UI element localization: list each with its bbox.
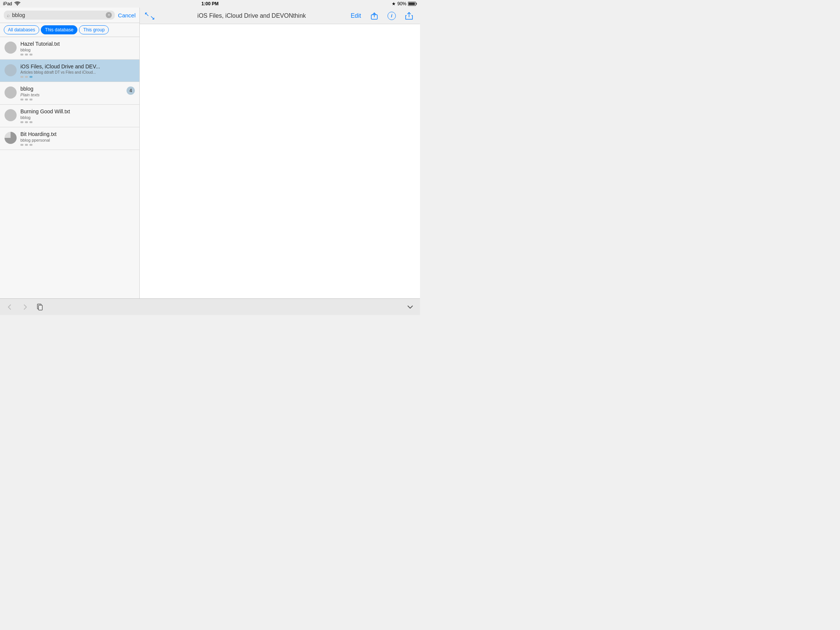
nav-title: iOS Files, iCloud Drive and DEVONthink: [159, 13, 344, 19]
item-content: bblog Plain texts: [21, 86, 123, 101]
action-button[interactable]: [403, 10, 415, 22]
item-meta: [21, 99, 123, 101]
search-icon: ⌕: [7, 13, 10, 18]
nav-expand-icon[interactable]: ↖ ↘: [144, 11, 155, 21]
item-content: Burning Good Will.txt bblog: [21, 108, 135, 123]
item-tags: bblog: [21, 47, 135, 52]
bottom-toolbar: [0, 298, 420, 315]
nav-bar: ↖ ↘ iOS Files, iCloud Drive and DEVONthi…: [140, 8, 420, 24]
meta-dot-2: [25, 121, 28, 123]
meta-dot-1: [21, 99, 24, 101]
item-icon: [5, 109, 17, 121]
meta-dot-1: [21, 144, 24, 146]
item-badge: 4: [126, 87, 135, 95]
bluetooth-icon: ★: [392, 1, 396, 6]
search-bar: ⌕ × Cancel: [0, 8, 139, 23]
toolbar-left: [6, 303, 44, 311]
left-panel: ⌕ × Cancel All databases This database T…: [0, 8, 140, 298]
meta-dot-2: [25, 144, 28, 146]
info-icon: i: [387, 12, 396, 20]
chevron-down-button[interactable]: [406, 303, 414, 311]
clear-button[interactable]: ×: [106, 12, 112, 18]
arrow-down-right-icon: ↘: [150, 14, 155, 21]
cancel-button[interactable]: Cancel: [118, 12, 136, 19]
forward-button[interactable]: [21, 303, 29, 311]
toolbar-right: [406, 303, 414, 311]
filter-this-database[interactable]: This database: [41, 25, 77, 35]
status-time: 1:00 PM: [201, 1, 218, 6]
item-icon: [5, 87, 17, 99]
item-content: Hazel Tutorial.txt bblog: [21, 41, 135, 55]
item-content: Bit Hoarding.txt bblog ppersonal: [21, 131, 135, 146]
wifi-icon: [14, 2, 21, 6]
filter-this-group[interactable]: This group: [79, 25, 109, 35]
share-upload-button[interactable]: [368, 10, 381, 22]
search-results: Hazel Tutorial.txt bblog iOS Files, iClo…: [0, 37, 139, 298]
meta-dot-2: [25, 99, 28, 101]
svg-rect-5: [38, 305, 42, 310]
item-title: Bit Hoarding.txt: [21, 131, 135, 137]
content-area: [140, 24, 420, 298]
back-button[interactable]: [6, 303, 14, 311]
item-tags: Plain texts: [21, 93, 123, 97]
item-title: iOS Files, iCloud Drive and DEV...: [21, 63, 135, 69]
list-item[interactable]: Bit Hoarding.txt bblog ppersonal: [0, 127, 139, 150]
svg-rect-1: [416, 3, 417, 5]
item-meta: [21, 76, 135, 78]
item-content: iOS Files, iCloud Drive and DEV... Artic…: [21, 63, 135, 78]
item-icon: [5, 132, 17, 144]
item-meta: [21, 121, 135, 123]
item-tags: Articles bblog ddraft DT vs Files and iC…: [21, 70, 135, 74]
filter-bar: All databases This database This group: [0, 23, 139, 37]
main-container: ⌕ × Cancel All databases This database T…: [0, 8, 420, 298]
item-title: bblog: [21, 86, 123, 92]
item-tags: bblog: [21, 115, 135, 120]
status-bar: iPad 1:00 PM ★ 90%: [0, 0, 420, 8]
meta-dot-3: [30, 99, 33, 101]
item-icon: [5, 41, 17, 54]
item-meta: [21, 144, 135, 146]
info-button[interactable]: i: [385, 10, 398, 22]
item-icon: [5, 64, 17, 76]
search-input-container[interactable]: ⌕ ×: [4, 11, 115, 20]
meta-dot-2: [25, 54, 28, 55]
edit-button[interactable]: Edit: [348, 11, 363, 21]
list-item[interactable]: Burning Good Will.txt bblog: [0, 105, 139, 127]
right-panel: ↖ ↘ iOS Files, iCloud Drive and DEVONthi…: [140, 8, 420, 298]
documents-button[interactable]: [36, 303, 44, 311]
status-left: iPad: [3, 1, 21, 6]
battery-percent: 90%: [397, 1, 406, 6]
list-item[interactable]: iOS Files, iCloud Drive and DEV... Artic…: [0, 60, 139, 82]
item-tags: bblog ppersonal: [21, 138, 135, 142]
meta-dot-2: [25, 76, 28, 78]
item-title: Burning Good Will.txt: [21, 108, 135, 114]
meta-dot-3: [30, 54, 33, 55]
meta-dot-1: [21, 54, 24, 55]
filter-all-databases[interactable]: All databases: [4, 25, 39, 35]
arrow-up-left-icon: ↖: [144, 11, 149, 18]
meta-dot-3: [30, 121, 33, 123]
meta-dot-3: [30, 76, 33, 78]
item-title: Hazel Tutorial.txt: [21, 41, 135, 47]
list-item[interactable]: Hazel Tutorial.txt bblog: [0, 37, 139, 60]
status-right: ★ 90%: [392, 1, 417, 6]
search-input[interactable]: [12, 12, 104, 18]
svg-rect-2: [409, 3, 415, 5]
list-item[interactable]: bblog Plain texts 4: [0, 82, 139, 105]
battery-icon: [408, 2, 417, 6]
meta-dot-1: [21, 121, 24, 123]
item-meta: [21, 54, 135, 55]
meta-dot-3: [30, 144, 33, 146]
meta-dot-1: [21, 76, 24, 78]
device-label: iPad: [3, 1, 12, 6]
